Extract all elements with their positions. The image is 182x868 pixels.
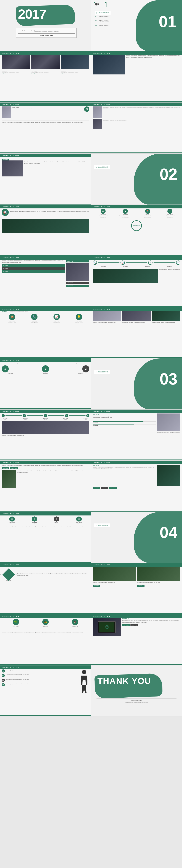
- slide-diamond: ADD YOUR TITLE HERE ADD TITLE ADD TITLE …: [0, 563, 91, 614]
- section3-num: 03: [160, 370, 177, 388]
- leaf-icon: 🌿: [12, 619, 19, 625]
- header: ADD YOUR TITLE HERE: [91, 409, 182, 413]
- slide-process: ADD YOUR TITLE HERE 🔍 📊 ⚙ 📄 ADD TITLE AD…: [91, 256, 182, 307]
- green-box-2: ADD TITLE: [66, 285, 89, 287]
- laptop-content: 🛒 ADD TITLE According to your need - any…: [93, 618, 180, 636]
- second-person: According to your need to draw the text …: [93, 119, 180, 129]
- header: ADD YOUR TITLE HERE: [0, 409, 91, 413]
- header: ADD YOUR TITLE HERE: [0, 665, 91, 669]
- num-4: 04: [2, 679, 5, 682]
- tech-photo-row: [2, 219, 89, 233]
- slide-btn-photo: ADD YOUR TITLE HERE According to your ne…: [0, 461, 91, 512]
- content: ADD TITLE According to your need - anyth…: [93, 465, 180, 489]
- animal-3: 🦅 ADD TITLE: [72, 619, 79, 627]
- list-item-1: 01 According to your need to draw the te…: [2, 669, 78, 673]
- header: ADD YOUR TITLE HERE: [0, 154, 91, 157]
- tl-line2: [27, 415, 43, 416]
- person-content: ADD TITLE According to your need to draw…: [2, 106, 89, 118]
- col-1: According to your need to draw the text …: [93, 311, 121, 323]
- process-row-1: 🔍 📊 ⚙ 📄: [93, 260, 180, 265]
- slide-timeline: ADD YOUR TITLE HERE 1 2 3 4 5 ADD TITLEt…: [0, 409, 91, 461]
- hex-item-1: ① ADD TITLE text here: [7, 516, 18, 524]
- green-row: ADD TITLE: [2, 264, 65, 267]
- slide-person-bullets: ADD YOUR TITLE HERE According to your ne…: [91, 102, 182, 154]
- num-1: 01: [2, 669, 5, 673]
- header-bar-2: ADD YOUR TITLE HERE: [91, 102, 182, 106]
- photo-road-1: [61, 55, 89, 69]
- footer: [0, 613, 91, 614]
- num-2: 2: [42, 365, 49, 372]
- p-label-2: ADD TITLE: [121, 266, 130, 267]
- header: ADD YOUR TITLE HERE: [0, 563, 91, 567]
- divider: [2, 120, 89, 121]
- progress-bars: ADD TITLE ADD TITLE ADD TITLE: [93, 420, 156, 427]
- circle-labels: ADD TITLE ADD TITLE ADD TITLE: [2, 373, 89, 374]
- tag-row: ADD TITLE According to your need to draw…: [2, 311, 89, 312]
- chart-icon: 📊: [121, 260, 125, 265]
- header: ADD YOUR TITLE HERE: [91, 205, 182, 209]
- h-line: [10, 369, 41, 369]
- footer: [0, 511, 91, 512]
- toc-item-4: 04 单击此处添加标题: [95, 23, 109, 27]
- slide-road-text: ADD YOUR TITLE HERE According to your ne…: [91, 51, 182, 102]
- footer: [91, 613, 182, 614]
- silhouette-col: [79, 669, 89, 695]
- section1-label-box: ▷ 单击此处添加标题: [95, 11, 111, 14]
- slide-section3: 03 ▷ 单击此处添加标题: [91, 358, 182, 409]
- diamond-bottom: ADD TITLE: [6, 580, 11, 581]
- slide-toc: 目录 01 单击此处添加标题 02 单击此处添加标题 03 单击此处添加标题 0…: [91, 0, 182, 51]
- slide-city-photos: ADD YOUR TITLE HERE ADD TITLE According …: [0, 51, 91, 102]
- header: ADD YOUR TITLE HERE: [91, 563, 182, 567]
- icon-item-4: ✈ ADD TITLE According to your need to dr…: [164, 209, 176, 218]
- num-2: 02: [2, 674, 5, 677]
- animal-2: 🐠 ADD TITLE: [42, 619, 49, 627]
- p-label-1: ADD TITLE: [99, 266, 108, 267]
- circle-row: 1 2 3: [2, 365, 89, 372]
- text-col: According to your need - anything you ne…: [2, 260, 65, 287]
- nature-col-2: According to your need to draw the text …: [137, 567, 180, 587]
- header: ADD YOUR TITLE HERE: [91, 461, 182, 464]
- header: ADD YOUR TITLE HERE: [91, 614, 182, 618]
- bird-icon: 🦅: [72, 619, 79, 625]
- header: ADD YOUR TITLE HERE: [0, 614, 91, 618]
- slide-header-bar: ADD YOUR TITLE HERE: [0, 51, 91, 55]
- btn-2[interactable]: ADD TITLE: [10, 467, 18, 469]
- content-row: According to your need - anything you ne…: [2, 260, 89, 287]
- text-top: According to your need - anything you ne…: [2, 465, 89, 466]
- footer: [0, 562, 91, 563]
- footer: [0, 664, 91, 665]
- slide-animal-icons: ADD YOUR TITLE HERE 🌿 ADD TITLE 🐠 ADD TI…: [0, 614, 91, 665]
- photo-section: According to your need - anything you ne…: [2, 470, 89, 488]
- spacer: [26, 373, 30, 374]
- megaphone-text: According to your need - anything you ne…: [10, 211, 89, 214]
- footer: [0, 152, 91, 153]
- slide-header-text-2: ADD YOUR TITLE HERE: [93, 53, 110, 54]
- footer: [0, 715, 91, 716]
- nature-photo: [2, 470, 16, 488]
- title-box: ADD TITLE: [66, 260, 89, 262]
- hex-row: ① ADD TITLE text here ② ADD TITLE text h…: [2, 516, 89, 524]
- icon-item-1: ⚙ ADD TITLE According to your need to dr…: [97, 209, 109, 218]
- diamond-right: ②: [17, 574, 17, 575]
- header: ADD YOUR TITLE HERE: [91, 307, 182, 311]
- slide-section4: 04 ▷ 单击此处添加标题: [91, 512, 182, 563]
- btn-1[interactable]: ADD TITLE: [2, 467, 9, 469]
- slide-person-text: ADD YOUR TITLE HERE ADD TITLE According …: [0, 102, 91, 154]
- person-col-1: [93, 311, 121, 321]
- list-item-4: 03 According to your need to draw the te…: [2, 683, 78, 686]
- megaphone-icon: 📢: [2, 209, 9, 216]
- right-photo-col: According to your need to draw the text …: [157, 413, 180, 433]
- c-label-1: ADD TITLE: [7, 373, 14, 374]
- photo-labels: ADD TITLE According to your need to draw…: [2, 70, 89, 74]
- toc-title: 目录: [95, 3, 99, 6]
- hex-item-2: ② ADD TITLE text here: [29, 516, 40, 524]
- spacer2: [61, 373, 65, 374]
- tl-label-1: ADD TITLEtext text: [2, 418, 9, 420]
- left-text: ADD TITLE According to your need - anyth…: [93, 465, 156, 486]
- footer: [0, 408, 91, 409]
- search-icon: 🔍: [93, 260, 97, 265]
- dark-row: ADD TITLE: [2, 267, 65, 270]
- big-icon-4: 💡 ADD TITLE According to need: [69, 314, 90, 323]
- line2: [126, 262, 147, 263]
- thank-text: THANK YOU: [97, 676, 151, 686]
